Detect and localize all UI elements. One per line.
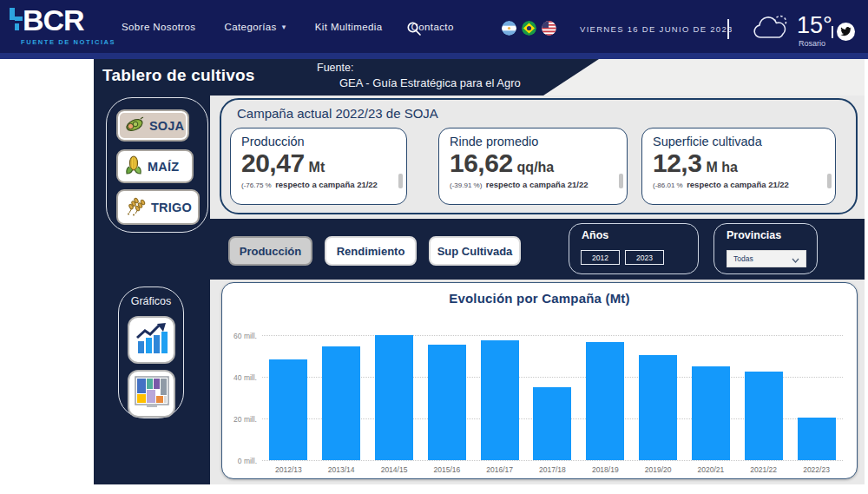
report-header-band: Tablero de cultivos Fuente: GEA - Guía E… [94, 59, 599, 96]
bar-slot [790, 418, 843, 460]
y-axis-tick: 20 mill. [226, 415, 257, 424]
bar-2015/16[interactable] [428, 345, 466, 460]
social-divider [832, 26, 833, 38]
corn-icon [124, 155, 143, 179]
provinces-dropdown[interactable]: Todas [727, 250, 806, 267]
x-axis-tick: 2014/15 [368, 465, 421, 474]
chart-type-group: Gráficos [118, 287, 184, 418]
x-axis-tick: 2019/20 [632, 465, 685, 474]
kpi-unit: Mt [309, 160, 326, 175]
kpi-value: 12,3 [653, 149, 701, 177]
treemap-icon [135, 376, 169, 412]
chevron-down-icon: ▾ [282, 23, 286, 31]
x-axis-tick: 2022/23 [790, 465, 843, 474]
bar-2013/14[interactable] [322, 346, 360, 460]
bar-2016/17[interactable] [481, 340, 519, 460]
wheat-icon [124, 195, 147, 220]
twitter-icon [837, 23, 855, 41]
y-axis-tick: 60 mill. [226, 332, 257, 340]
bcr-logo-icon [9, 8, 23, 37]
current-campaign-section: Campaña actual 2022/23 de SOJA Producció… [220, 98, 858, 214]
bar-chart-icon [135, 322, 169, 359]
filters-band: Producción Rendimiento Sup Cultivada Año… [210, 219, 865, 280]
bar-slot [368, 335, 421, 460]
bar-2018/19[interactable] [586, 342, 624, 460]
campaign-section-title: Campaña actual 2022/23 de SOJA [237, 106, 438, 121]
temperature: 15° [797, 12, 832, 38]
weather-city: Rosario [792, 39, 832, 48]
x-axis-tick: 2017/18 [526, 465, 579, 474]
soybean-icon [124, 115, 145, 137]
metric-button-rendimiento[interactable]: Rendimiento [325, 236, 417, 266]
bar-slot [315, 346, 368, 460]
card-scrollbar-thumb[interactable] [827, 174, 832, 188]
gridline: 0 mill. [262, 460, 843, 461]
card-scrollbar-thumb[interactable] [398, 174, 403, 188]
x-axis-tick: 2021/22 [737, 465, 790, 474]
card-scrollbar-thumb[interactable] [619, 174, 623, 188]
plot-area: 60 mill.40 mill.20 mill.0 mill. 2012/132… [262, 335, 843, 460]
bar-chart-view-button[interactable] [128, 316, 175, 364]
menu-kit-multimedia[interactable]: Kit Multimedia [315, 22, 383, 32]
main-menu: Sobre Nosotros Categorías▾ Kit Multimedi… [122, 22, 454, 32]
weather-widget: 15° Rosario [752, 12, 832, 48]
twitter-button[interactable] [832, 23, 855, 41]
bar-2020/21[interactable] [692, 366, 730, 460]
bar-slot [632, 355, 685, 460]
metric-button-produccion[interactable]: Producción [228, 236, 312, 266]
bar-2022/23[interactable] [798, 418, 836, 460]
argentina-flag-icon[interactable] [502, 21, 516, 36]
crop-button-trigo[interactable]: TRIGO [116, 189, 200, 225]
current-date: VIERNES 16 DE JUNIO DE 2023 [580, 24, 733, 34]
kpi-card-rinde: Rinde promedio 16,62 qq/ha (-39.91 %) re… [438, 128, 628, 205]
top-navbar: BCR FUENTE DE NOTICIAS Sobre Nosotros Ca… [0, 0, 868, 59]
search-icon[interactable] [406, 21, 422, 40]
bar-2017/18[interactable] [533, 387, 571, 460]
bar-slot [473, 340, 526, 460]
graficos-label: Gráficos [119, 295, 183, 307]
year-to-input[interactable] [625, 250, 664, 265]
chart-title: Evolución por Campaña (Mt) [222, 291, 857, 306]
metric-button-sup-cultivada[interactable]: Sup Cultivada [429, 236, 521, 266]
year-from-input[interactable] [581, 250, 620, 265]
y-axis-tick: 0 mill. [226, 457, 257, 465]
bar-2012/13[interactable] [269, 359, 307, 460]
x-axis-tick: 2012/13 [262, 465, 315, 474]
navbar-divider [727, 19, 729, 39]
bar-group [262, 335, 843, 460]
tablero-cultivos-report: BOLSA DE COMERCIO DE ROSARIO Tablero de … [94, 59, 865, 484]
crop-button-maiz[interactable]: MAÍZ [116, 149, 194, 183]
report-title: Tablero de cultivos [102, 66, 255, 85]
x-axis-tick: 2015/16 [420, 465, 473, 474]
bar-2019/20[interactable] [639, 355, 677, 460]
kpi-delta: (-39.91 %) respecto a campaña 21/22 [450, 178, 599, 193]
brasil-flag-icon[interactable] [522, 21, 536, 36]
menu-sobre-nosotros[interactable]: Sobre Nosotros [122, 22, 196, 32]
kpi-delta: (-86.01 % respecto a campaña 21/22 [653, 178, 802, 193]
kpi-delta: (-76.75 % respecto a campaña 21/22 [241, 178, 391, 193]
bar-slot [579, 342, 632, 460]
estados-unidos-flag-icon[interactable] [542, 21, 556, 36]
treemap-view-button[interactable] [128, 370, 175, 418]
bar-2021/22[interactable] [745, 372, 783, 460]
x-axis-tick: 2016/17 [473, 465, 526, 474]
kpi-value: 16,62 [450, 149, 513, 177]
kpi-unit: qq/ha [517, 160, 555, 175]
x-axis-tick: 2013/14 [315, 465, 368, 474]
years-label: Años [582, 229, 608, 241]
bar-2014/15[interactable] [375, 335, 413, 460]
menu-categorias[interactable]: Categorías▾ [225, 22, 286, 32]
crop-button-soja[interactable]: SOJA [116, 109, 189, 142]
bar-slot [420, 345, 473, 460]
provinces-filter: Provincias Todas [713, 223, 818, 274]
kpi-unit: M ha [706, 160, 737, 175]
bcr-logo[interactable]: BCR FUENTE DE NOTICIAS [9, 4, 113, 46]
source-label: Fuente: [317, 62, 353, 74]
crop-selector-group: SOJA MAÍZ [106, 97, 208, 233]
provinces-label: Provincias [727, 229, 781, 241]
bar-slot [737, 372, 790, 460]
years-filter: Años [569, 223, 699, 274]
screen: BCR FUENTE DE NOTICIAS Sobre Nosotros Ca… [0, 0, 868, 494]
chevron-down-icon [792, 251, 799, 267]
y-axis-tick: 40 mill. [226, 373, 257, 382]
